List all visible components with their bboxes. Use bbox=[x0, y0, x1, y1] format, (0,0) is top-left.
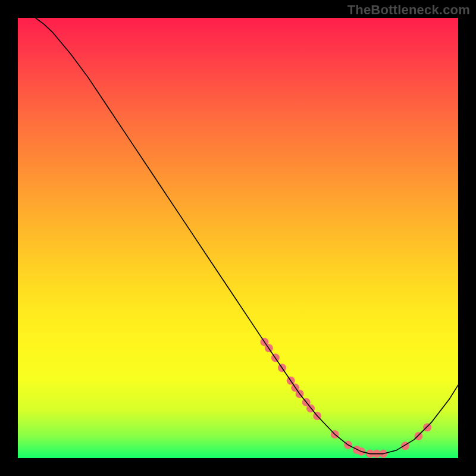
scatter-point bbox=[414, 432, 422, 440]
chart-container: TheBottleneck.com bbox=[0, 0, 476, 476]
watermark-text: TheBottleneck.com bbox=[347, 2, 470, 18]
scatter-points bbox=[260, 338, 431, 458]
curve-line bbox=[36, 18, 458, 454]
scatter-point bbox=[423, 423, 431, 431]
chart-svg bbox=[18, 18, 458, 458]
